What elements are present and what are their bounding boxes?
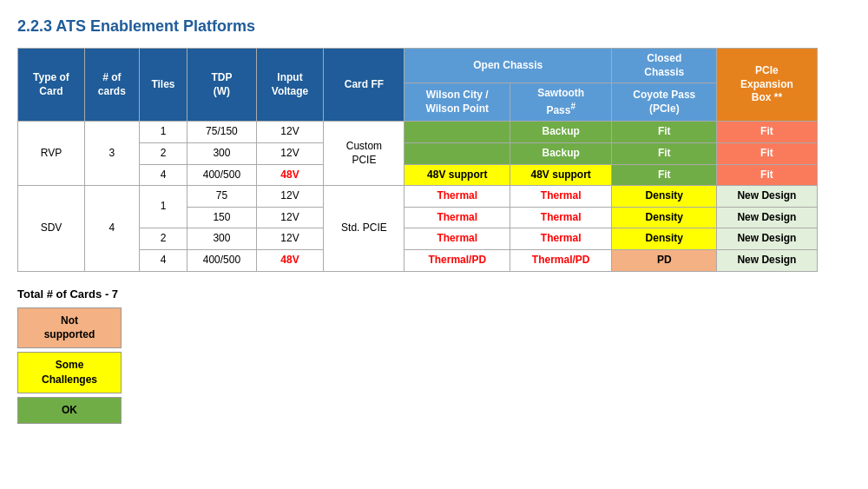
cell-rvp-cards: 3 (84, 122, 139, 186)
cell-cp-sdv1: Density (612, 186, 717, 208)
header-pcie-expansion: PCIeExpansionBox ** (717, 49, 817, 122)
page-title: 2.2.3 ATS Enablement Platforms (17, 17, 851, 36)
cell-cp-rvp3: Fit (612, 164, 717, 186)
col-tdp: TDP(W) (187, 49, 256, 122)
cell-sp-rvp2: Backup (510, 142, 612, 164)
header-open-chassis: Open Chassis (404, 49, 612, 83)
col-input-voltage: InputVoltage (256, 49, 324, 122)
cell-card-ff-custom: CustomPCIE (324, 122, 404, 186)
cell-sp-sdv1: Thermal (510, 186, 612, 208)
cell-voltage-sdv2: 12V (256, 207, 324, 228)
cell-voltage: 12V (256, 142, 324, 164)
cell-tiles-sdv3: 2 (139, 228, 187, 250)
cell-voltage-sdv3: 12V (256, 228, 324, 250)
col-wilson-city: Wilson City /Wilson Point (404, 83, 510, 122)
cell-sp-sdv2: Thermal (510, 207, 612, 228)
cell-sp-sdv4: Thermal/PD (510, 249, 612, 271)
col-tiles: Tiles (139, 49, 187, 122)
col-num-cards: # ofcards (84, 49, 139, 122)
cell-cp-sdv4: PD (612, 249, 717, 271)
cell-rvp: RVP (18, 122, 85, 186)
legend-ok: OK (17, 397, 122, 424)
cell-voltage-sdv4-48v: 48V (256, 249, 324, 271)
cell-card-ff-std: Std. PCIE (324, 186, 404, 271)
cell-pcie-sdv4: New Design (717, 249, 817, 271)
table-row: SDV 4 1 75 12V Std. PCIE Thermal Thermal… (18, 186, 818, 208)
col-type-of-card: Type ofCard (18, 49, 85, 122)
cell-tiles: 4 (139, 164, 187, 186)
cell-voltage-48v: 48V (256, 164, 324, 186)
table-row: RVP 3 1 75/150 12V CustomPCIE Backup Fit… (18, 122, 818, 143)
cell-sdv-cards: 4 (84, 186, 139, 271)
cell-voltage: 12V (256, 122, 324, 143)
cell-pcie-sdv1: New Design (717, 186, 817, 208)
cell-tiles: 2 (139, 142, 187, 164)
cell-pcie-sdv2: New Design (717, 207, 817, 228)
header-closed-chassis: ClosedChassis (612, 49, 717, 83)
cell-tdp: 400/500 (187, 164, 256, 186)
legend-title: Total # of Cards - 7 (17, 287, 851, 301)
cell-pcie-rvp2: Fit (717, 142, 817, 164)
cell-sp-rvp3: 48V support (510, 164, 612, 186)
cell-wc-rvp2 (404, 142, 510, 164)
legend-container: Total # of Cards - 7 Notsupported SomeCh… (17, 287, 851, 424)
cell-cp-rvp2: Fit (612, 142, 717, 164)
cell-tiles-sdv1: 1 (139, 186, 187, 228)
ats-table: Type ofCard # ofcards Tiles TDP(W) Input… (17, 48, 818, 272)
cell-pcie-sdv3: New Design (717, 228, 817, 250)
cell-voltage-sdv1: 12V (256, 186, 324, 208)
cell-tdp-sdv4: 400/500 (187, 249, 256, 271)
cell-pcie-rvp1: Fit (717, 122, 817, 143)
cell-wc-sdv3: Thermal (404, 228, 510, 250)
cell-wc-sdv4: Thermal/PD (404, 249, 510, 271)
cell-cp-sdv3: Density (612, 228, 717, 250)
col-card-ff: Card FF (324, 49, 404, 122)
cell-tdp: 300 (187, 142, 256, 164)
cell-wc-sdv2: Thermal (404, 207, 510, 228)
col-sawtooth-pass: SawtoothPass# (510, 83, 612, 122)
cell-sp-rvp1: Backup (510, 122, 612, 143)
cell-tiles-sdv4: 4 (139, 249, 187, 271)
col-coyote-pass: Coyote Pass(PCIe) (612, 83, 717, 122)
cell-tiles: 1 (139, 122, 187, 143)
cell-tdp-sdv1: 75 (187, 186, 256, 208)
cell-cp-rvp1: Fit (612, 122, 717, 143)
cell-wc-rvp3: 48V support (404, 164, 510, 186)
cell-sp-sdv3: Thermal (510, 228, 612, 250)
cell-sdv: SDV (18, 186, 85, 271)
legend-not-supported: Notsupported (17, 307, 122, 349)
cell-wc-sdv1: Thermal (404, 186, 510, 208)
cell-tdp-sdv2: 150 (187, 207, 256, 228)
cell-tdp: 75/150 (187, 122, 256, 143)
cell-cp-sdv2: Density (612, 207, 717, 228)
cell-tdp-sdv3: 300 (187, 228, 256, 250)
cell-pcie-rvp3: Fit (717, 164, 817, 186)
cell-wc-rvp1 (404, 122, 510, 143)
legend-some-challenges: SomeChallenges (17, 352, 122, 393)
